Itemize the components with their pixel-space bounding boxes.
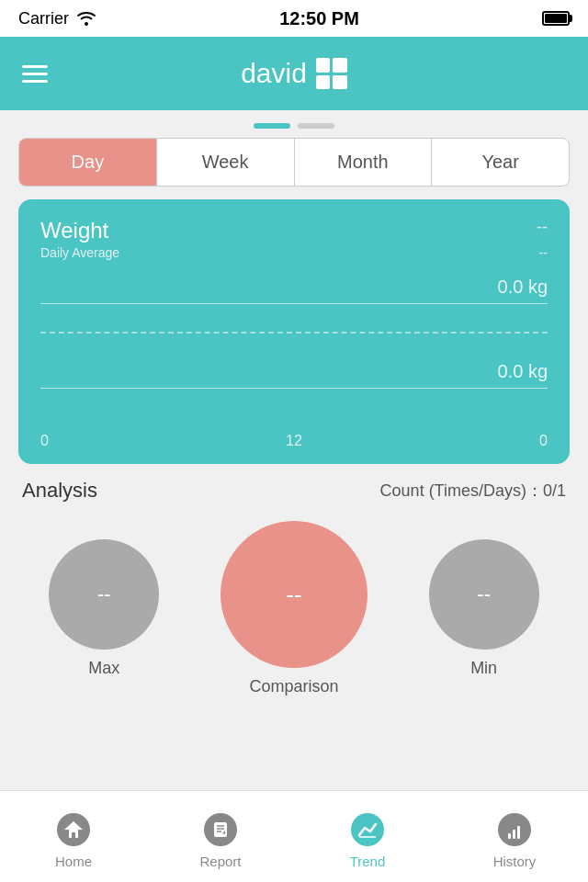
chart-top-value: 0.0 kg [40,277,548,298]
nav-trend-label: Trend [350,854,386,869]
x-label-1: 12 [286,433,302,449]
svg-rect-13 [517,826,520,839]
nav-history[interactable]: History [441,804,588,869]
stat-comparison: -- Comparison [220,521,368,696]
comparison-label: Comparison [249,677,338,696]
svg-rect-11 [508,833,511,839]
chart-area: 0.0 kg 0.0 kg [40,277,548,424]
max-circle[interactable]: -- [49,539,159,650]
chart-x-labels: 0 12 0 [40,433,548,449]
page-dots [0,110,588,138]
header: david [0,37,588,110]
analysis-row: Analysis Count (Times/Days)：0/1 [0,464,588,503]
grid-icon [316,58,347,89]
comparison-circle[interactable]: -- [220,521,368,668]
chart-card: Weight -- Daily Average -- 0.0 kg 0.0 kg… [18,199,570,464]
min-label: Min [470,659,497,678]
max-value: -- [97,582,111,606]
comparison-value: -- [286,581,301,609]
menu-icon[interactable] [22,65,48,83]
bottom-nav: Home Report Trend [0,790,588,882]
chart-bottom-value: 0.0 kg [40,361,548,382]
analysis-label: Analysis [22,479,97,503]
tab-day[interactable]: Day [19,139,157,186]
chart-header: Weight -- [40,218,548,243]
nav-trend[interactable]: Trend [294,804,441,869]
tab-month[interactable]: Month [295,139,433,186]
trend-icon [347,809,388,850]
tab-year[interactable]: Year [432,139,569,186]
min-circle[interactable]: -- [429,539,539,650]
x-label-0: 0 [40,433,49,449]
wifi-icon [76,11,96,26]
chart-subtitle-row: Daily Average -- [40,245,548,273]
report-icon [200,809,241,850]
status-left: Carrier [18,9,96,28]
chart-bottom-line [40,388,548,389]
tab-bar: Day Week Month Year [18,138,570,187]
count-label: Count (Times/Days)：0/1 [380,480,566,502]
x-label-2: 0 [539,433,548,449]
chart-subtitle: Daily Average [40,245,119,260]
stat-max: -- Max [49,539,159,678]
nav-report[interactable]: Report [147,804,294,869]
dot-0 [254,123,290,129]
nav-report-label: Report [199,854,241,869]
svg-rect-2 [72,832,75,838]
battery-icon [542,11,570,26]
carrier-label: Carrier [18,9,69,28]
nav-home-label: Home [55,854,92,869]
chart-dashed-line [40,332,548,334]
tab-week[interactable]: Week [157,139,295,186]
app-title: david [241,58,307,89]
chart-top-line [40,303,548,304]
status-time: 12:50 PM [279,8,359,29]
stat-min: -- Min [429,539,539,678]
dot-1 [298,123,334,129]
min-value: -- [477,582,491,606]
svg-rect-12 [513,830,515,839]
chart-top-dash: -- [537,218,548,243]
stats-row: -- Max -- Comparison -- Min [0,503,588,696]
max-label: Max [88,659,119,678]
history-icon [494,809,535,850]
nav-history-label: History [493,854,537,869]
home-icon [53,809,94,850]
chart-subtitle-dash: -- [539,245,548,273]
chart-title: Weight [40,218,108,243]
status-bar: Carrier 12:50 PM [0,0,588,37]
status-right [542,11,570,26]
nav-home[interactable]: Home [0,804,147,869]
svg-rect-4 [214,822,227,837]
header-title: david [241,58,347,89]
